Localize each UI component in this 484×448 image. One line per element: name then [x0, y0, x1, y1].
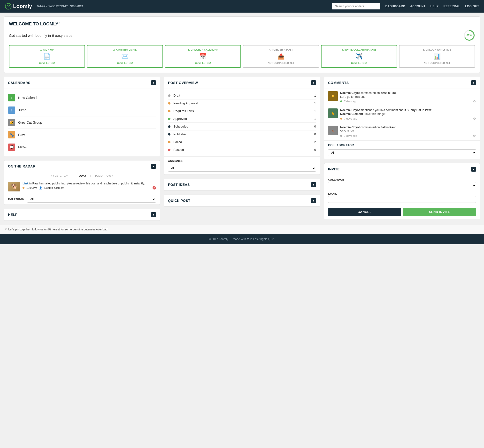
invite-email-label: EMAIL	[328, 192, 476, 195]
comment-item-2: 🐈 Noemie Coyot mentioned you in a commen…	[324, 106, 480, 123]
post-ideas-toggle[interactable]: ▼	[311, 182, 316, 187]
label-draft: Draft	[173, 94, 314, 97]
label-published: Published	[173, 132, 314, 136]
radar-post-link[interactable]: Link	[23, 182, 29, 185]
comment-1-post: Zzzz	[381, 91, 387, 95]
step-1-status: COMPLETED!	[11, 62, 82, 64]
calendars-toggle[interactable]: ▼	[151, 80, 156, 85]
radar-yesterday[interactable]: < YESTERDAY	[49, 174, 71, 177]
dot-scheduled	[168, 125, 170, 128]
cancel-button[interactable]: CANCEL	[328, 208, 401, 216]
assignee-section: ASSIGNEE All	[164, 156, 320, 175]
calendar-item-paw[interactable]: 🐾 Paw	[8, 129, 156, 141]
comment-1-text: Let's go for this one.	[340, 95, 476, 98]
post-overview-panel: POST OVERVIEW ▼ Draft 1 Pending Approval	[164, 77, 320, 175]
post-status-list: Draft 1 Pending Approval 1 Requires Edit…	[168, 92, 316, 153]
radar-nav: < YESTERDAY | TODAY | TOMORROW >	[4, 172, 160, 179]
welcome-title: WELCOME TO LOOMLY!	[9, 22, 475, 27]
step-5[interactable]: 5. INVITE COLLABORATORS ✈️ COMPLETED!	[321, 45, 397, 68]
assignee-select[interactable]: All	[168, 165, 316, 172]
count-published: 0	[314, 132, 316, 136]
post-ideas-panel: POST IDEAS ▼	[164, 179, 320, 191]
invite-email-input[interactable]	[328, 196, 476, 203]
logo[interactable]: Loomly	[5, 3, 32, 10]
radar-toggle[interactable]: ▼	[151, 164, 156, 169]
comment-3-action-icon[interactable]: ⟳	[473, 134, 476, 138]
help-title: HELP	[8, 213, 17, 217]
dot-published	[168, 133, 170, 136]
comment-2-action-icon[interactable]: ⟳	[473, 117, 476, 120]
calendar-item-greycat[interactable]: 🐱 Grey Cat Group	[8, 116, 156, 129]
comment-1-meta: 7 days ago ⟳	[340, 99, 476, 103]
step-6-label: 6. UNLOCK ANALYTICS	[402, 48, 473, 51]
count-draft: 1	[314, 94, 316, 97]
post-overview-toggle[interactable]: ▼	[311, 80, 316, 85]
send-invite-button[interactable]: SEND INVITE	[403, 208, 476, 216]
post-row-edits: Requires Edits 1	[168, 107, 316, 115]
step-4-label: 4. PUBLISH A POST	[245, 48, 316, 51]
radar-error-icon: ✕	[153, 186, 156, 190]
comments-panel: COMMENTS ▼ 🐱 Noemie Coyot commented on Z…	[324, 77, 480, 159]
label-edits: Requires Edits	[173, 109, 314, 113]
calendars-title: CALENDARS	[8, 81, 30, 85]
post-row-approved: Approved 1	[168, 115, 316, 123]
comments-toggle[interactable]: ▼	[471, 80, 476, 85]
dot-passed	[168, 149, 170, 151]
middle-column: POST OVERVIEW ▼ Draft 1 Pending Approval	[164, 77, 320, 221]
nav-logout[interactable]: LOG OUT	[465, 5, 479, 8]
radar-title: ON THE RADAR	[8, 164, 35, 168]
left-column: CALENDARS ▼ + New Calendar ↑ Jump!	[4, 77, 160, 221]
radar-meta: 12:00PM 👤 Noemie Clement ✕	[23, 186, 156, 190]
step-2[interactable]: 2. CONFIRM EMAIL ✉️ COMPLETED!	[87, 45, 163, 68]
meow-calendar-icon: 💬	[8, 144, 15, 151]
quick-post-toggle[interactable]: ▼	[311, 198, 316, 203]
steps-grid: 1. SIGN UP 📄 COMPLETED! 2. CONFIRM EMAIL…	[9, 45, 475, 68]
invite-toggle[interactable]: ▼	[471, 167, 476, 172]
step-6[interactable]: 6. UNLOCK ANALYTICS 📊 NOT COMPLETED YET	[399, 45, 475, 68]
nav-dashboard[interactable]: DASHBOARD	[385, 5, 405, 8]
radar-item: 🐕 Link in Paw has failed publishing: ple…	[4, 179, 160, 194]
comment-3-text: Very Cute!	[340, 129, 476, 133]
help-toggle[interactable]: ▼	[151, 212, 156, 217]
comment-2-text: Noemie Clement I love this image!	[340, 112, 476, 116]
quick-post-title: QUICK POST	[168, 199, 190, 203]
comment-1-body: Noemie Coyot commented on Zzzz in Paw: L…	[340, 91, 476, 103]
invite-calendar-select[interactable]	[328, 182, 476, 189]
paw-calendar-icon: 🐾	[8, 131, 15, 138]
radar-today[interactable]: TODAY	[75, 174, 88, 177]
radar-tomorrow[interactable]: TOMORROW >	[93, 174, 115, 177]
step-3-status: COMPLETED!	[167, 62, 239, 64]
step-4[interactable]: 4. PUBLISH A POST 📤 NOT COMPLETED YET	[243, 45, 319, 68]
calendar-item-meow[interactable]: 💬 Meow	[8, 141, 156, 153]
dot-draft	[168, 94, 170, 97]
jump-calendar-name: Jump!	[18, 108, 27, 112]
step-1[interactable]: 1. SIGN UP 📄 COMPLETED!	[9, 45, 85, 68]
welcome-section: WELCOME TO LOOMLY! Get started with Loom…	[4, 16, 480, 73]
nav-help[interactable]: HELP	[430, 5, 438, 8]
radar-calendar-select[interactable]: All	[27, 196, 156, 203]
nav-referral[interactable]: REFERRAL	[443, 5, 460, 8]
post-row-passed: Passed 0	[168, 146, 316, 153]
assignee-label: ASSIGNEE	[168, 160, 316, 162]
invite-body: CALENDAR EMAIL CANCEL SEND INVITE	[324, 175, 480, 219]
count-edits: 1	[314, 109, 316, 113]
step-3[interactable]: 3. CREATE A CALENDAR 📅 COMPLETED!	[165, 45, 241, 68]
step-3-label: 3. CREATE A CALENDAR	[167, 48, 239, 51]
quick-post-header: QUICK POST ▼	[164, 195, 320, 207]
post-row-scheduled: Scheduled 0	[168, 123, 316, 130]
radar-info: Link in Paw has failed publishing: pleas…	[23, 182, 156, 190]
dot-approved	[168, 118, 170, 120]
collaborator-select[interactable]: All	[328, 149, 476, 156]
search-input[interactable]	[332, 3, 380, 9]
calendar-item-jump[interactable]: ↑ Jump!	[8, 104, 156, 116]
label-pending: Pending Approval	[173, 101, 314, 105]
calendar-item-new[interactable]: + New Calendar	[8, 92, 156, 104]
comment-1-dot	[340, 100, 342, 102]
main-content: WELCOME TO LOOMLY! Get started with Loom…	[0, 13, 484, 224]
post-ideas-title: POST IDEAS	[168, 183, 190, 187]
comment-2-body: Noemie Coyot mentioned you in a comment …	[340, 108, 476, 120]
comment-1-action-icon[interactable]: ⟳	[473, 99, 476, 103]
nav-account[interactable]: ACCOUNT	[410, 5, 426, 8]
comment-item-3: 🍂 Noemie Coyot commented on Fall in Paw:…	[324, 123, 480, 140]
calendar-list: + New Calendar ↑ Jump! 🐱 Grey Cat Group	[8, 92, 156, 153]
